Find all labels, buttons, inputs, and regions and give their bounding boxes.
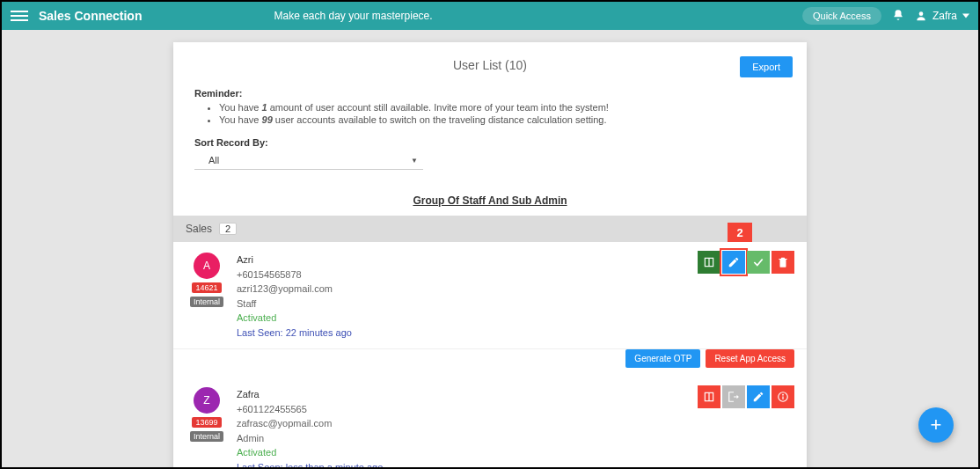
menu-icon[interactable] xyxy=(11,11,28,21)
sort-value: All xyxy=(208,155,219,165)
step-callout-icon: 2 xyxy=(728,223,752,242)
edit-button[interactable] xyxy=(722,251,745,274)
user-email: azri123@yopmail.com xyxy=(237,282,794,297)
user-role: Staff xyxy=(237,297,794,311)
chevron-down-icon: ▼ xyxy=(411,157,418,165)
internal-badge: Internal xyxy=(190,297,223,307)
user-menu[interactable]: Zafra xyxy=(915,10,969,22)
edit-button[interactable] xyxy=(747,385,770,408)
user-status: Activated xyxy=(237,311,794,326)
quick-access-button[interactable]: Quick Access xyxy=(802,7,881,25)
sort-block: Sort Record By: All ▼ xyxy=(173,132,807,170)
sort-select[interactable]: All ▼ xyxy=(194,151,423,170)
last-seen-value: 22 minutes ago xyxy=(286,327,352,338)
reminder-item-1: You have 1 amount of user account still … xyxy=(219,102,786,113)
generate-otp-button[interactable]: Generate OTP xyxy=(625,349,700,368)
warning-button[interactable] xyxy=(698,385,720,408)
bell-icon[interactable] xyxy=(892,9,904,24)
last-seen-label: Last Seen: xyxy=(237,327,286,338)
export-button[interactable]: Export xyxy=(740,56,793,77)
delete-button[interactable] xyxy=(772,251,794,274)
user-id-badge: 14621 xyxy=(192,282,221,293)
svg-rect-7 xyxy=(782,396,783,399)
svg-point-6 xyxy=(782,394,784,396)
user-id-badge: 13699 xyxy=(192,417,221,428)
add-fab-button[interactable]: + xyxy=(918,407,954,443)
internal-badge: Internal xyxy=(190,431,223,442)
reminder-heading: Reminder: xyxy=(194,88,786,99)
main-card: User List (10) Export Reminder: You have… xyxy=(173,42,807,467)
motto-text: Make each day your masterpiece. xyxy=(274,10,432,22)
group-name: Sales xyxy=(186,223,212,235)
avatar: Z xyxy=(194,387,220,414)
last-seen-label: Last Seen: xyxy=(237,462,286,468)
user-icon xyxy=(915,10,927,22)
group-section-title: Group Of Staff And Sub Admin xyxy=(173,194,807,207)
group-count: 2 xyxy=(219,223,237,235)
sort-label: Sort Record By: xyxy=(194,137,786,148)
group-header-sales[interactable]: Sales 2 xyxy=(173,216,807,242)
info-button[interactable] xyxy=(772,385,794,408)
approve-button[interactable] xyxy=(747,251,770,274)
user-row: 2 A 14621 Internal Azri +60154565878 azr… xyxy=(173,242,807,349)
avatar: A xyxy=(194,253,220,279)
settings-button[interactable] xyxy=(722,385,745,408)
user-role: Admin xyxy=(237,431,794,446)
user-name: Zafra xyxy=(932,10,957,22)
user-email: zafrasc@yopmail.com xyxy=(237,416,794,431)
user-row: Z 13699 Internal Zafra +601122455565 zaf… xyxy=(173,377,807,467)
last-seen-value: less than a minute ago xyxy=(286,462,384,468)
brand-title: Sales Connection xyxy=(39,9,142,23)
page-title: User List (10) xyxy=(453,58,527,72)
svg-point-0 xyxy=(919,11,924,16)
top-bar: Sales Connection Make each day your mast… xyxy=(2,2,978,30)
reminder-item-2: You have 99 user accounts available to s… xyxy=(219,114,786,125)
reminder-block: Reminder: You have 1 amount of user acco… xyxy=(173,79,807,132)
chevron-down-icon xyxy=(962,12,969,19)
user-status: Activated xyxy=(237,445,794,460)
export-row-button[interactable] xyxy=(698,251,720,274)
reset-access-button[interactable]: Reset App Access xyxy=(706,349,794,368)
plus-icon: + xyxy=(931,414,942,436)
